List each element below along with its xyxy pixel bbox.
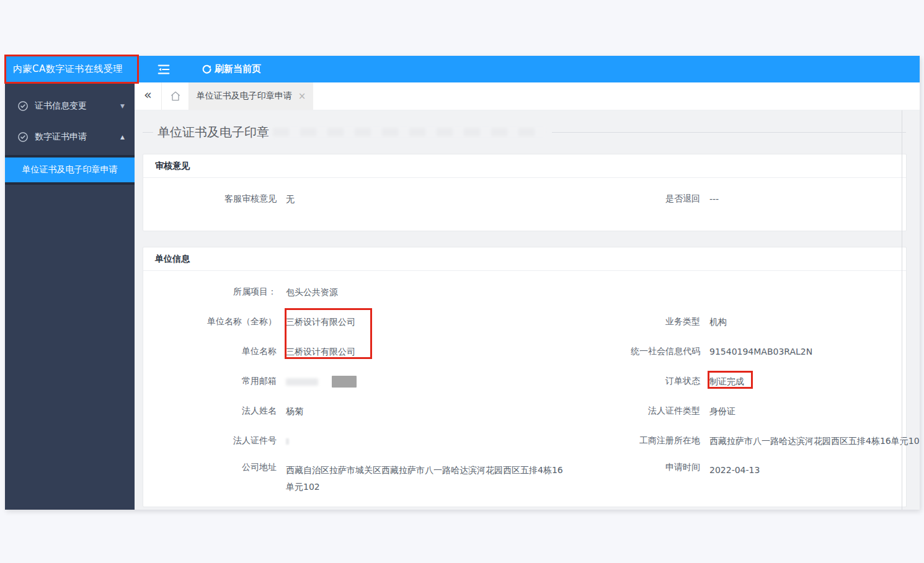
field-row: 单位名称（全称） 三桥设计有限公司 业务类型 机构	[143, 307, 906, 337]
app-window: 内蒙CA数字证书在线受理 证书信息变更 ▼ 数字证书申请 ▲	[5, 56, 920, 510]
badge-check-icon	[17, 131, 29, 143]
field-label-project: 所属项目：	[143, 286, 277, 298]
field-row: 所属项目： 包头公共资源	[143, 277, 906, 307]
field-label-credit-code: 统一社会信息代码	[571, 346, 700, 357]
field-label-business-type: 业务类型	[571, 316, 700, 327]
topbar: 刷新当前页	[135, 56, 920, 82]
main-area: 刷新当前页 « 单位证书及电子印章申请 × 单位证书及电子印章	[135, 56, 920, 510]
tabs-back-button[interactable]: «	[135, 82, 162, 110]
sidebar-subitem-label: 单位证书及电子印章申请	[22, 164, 118, 175]
home-tab-button[interactable]	[162, 82, 189, 110]
card-title: 单位信息	[143, 247, 906, 271]
field-label-registered-location: 工商注册所在地	[571, 435, 700, 446]
chevron-up-icon: ▲	[120, 134, 125, 140]
home-icon	[169, 90, 182, 102]
badge-check-icon	[17, 100, 29, 112]
field-value-legal-id-number	[277, 433, 571, 450]
field-value-registered-location: 西藏拉萨市八一路哈达滨河花园西区五排4栋16单元102	[700, 433, 907, 450]
field-label-unit-name: 单位名称	[143, 346, 277, 357]
field-value-business-type: 机构	[700, 314, 907, 330]
refresh-page-button[interactable]: 刷新当前页	[202, 63, 261, 75]
unit-info-card: 单位信息 所属项目： 包头公共资源 单位名称（全称） 三桥设计有限公司 业务类型…	[143, 247, 907, 507]
content-area: 单位证书及电子印章 审核意见 客服审核意见 无 是否退回 --- 单	[135, 110, 920, 510]
field-value-legal-name: 杨菊	[277, 403, 571, 420]
page-title: 单位证书及电子印章	[158, 124, 269, 141]
sidebar: 内蒙CA数字证书在线受理 证书信息变更 ▼ 数字证书申请 ▲	[5, 56, 135, 510]
field-value-unit-fullname: 三桥设计有限公司	[277, 314, 571, 330]
redacted-id-text	[286, 438, 289, 445]
field-value-legal-id-type: 身份证	[700, 403, 907, 420]
field-value-apply-time: 2022-04-13	[700, 462, 907, 479]
field-label-legal-name: 法人姓名	[143, 406, 277, 417]
redacted-heading-text	[273, 128, 546, 136]
card-title: 审核意见	[143, 154, 906, 178]
field-value-company-address: 西藏自治区拉萨市城关区西藏拉萨市八一路哈达滨河花园西区五排4栋16单元102	[277, 462, 571, 495]
sidebar-submenu: 单位证书及电子印章申请	[5, 155, 135, 185]
field-label-service-opinion: 客服审核意见	[143, 193, 277, 205]
field-value-project: 包头公共资源	[277, 284, 571, 301]
sidebar-item-unit-cert-seal-apply[interactable]: 单位证书及电子印章申请	[5, 157, 135, 182]
field-label-legal-id-number: 法人证件号	[143, 435, 277, 446]
field-row: 法人证件号 工商注册所在地 西藏拉萨市八一路哈达滨河花园西区五排4栋16单元10…	[143, 426, 906, 456]
field-row: 常用邮箱 订单状态 制证完成	[143, 366, 906, 396]
redacted-email-text	[286, 378, 318, 386]
redacted-email-block	[332, 376, 357, 388]
divider-dash	[143, 132, 153, 133]
refresh-icon	[202, 64, 212, 74]
page-heading: 单位证书及电子印章	[143, 110, 920, 154]
chevron-down-icon: ▼	[120, 103, 125, 109]
field-value-service-opinion: 无	[277, 191, 571, 208]
sidebar-item-digital-cert-apply[interactable]: 数字证书申请 ▲	[5, 122, 135, 153]
tab-label: 单位证书及电子印章申请	[197, 91, 292, 102]
field-label-legal-id-type: 法人证件类型	[571, 406, 700, 417]
app-title-text: 内蒙CA数字证书在线受理	[13, 63, 123, 75]
field-label-unit-fullname: 单位名称（全称）	[143, 316, 277, 327]
sidebar-item-cert-info-change[interactable]: 证书信息变更 ▼	[5, 91, 135, 122]
tabbar: « 单位证书及电子印章申请 ×	[135, 82, 920, 110]
field-value-credit-code: 91540194MAB03RAL2N	[700, 344, 907, 360]
close-icon[interactable]: ×	[298, 91, 306, 102]
field-value-unit-name: 三桥设计有限公司	[277, 344, 571, 360]
field-row: 公司地址 西藏自治区拉萨市城关区西藏拉萨市八一路哈达滨河花园西区五排4栋16单元…	[143, 456, 906, 495]
tab-unit-cert-seal-apply[interactable]: 单位证书及电子印章申请 ×	[189, 82, 313, 110]
field-value-order-status: 制证完成	[700, 373, 907, 390]
refresh-label: 刷新当前页	[215, 63, 261, 75]
field-value-email	[277, 373, 571, 390]
field-label-returned: 是否退回	[571, 193, 700, 205]
field-label-order-status: 订单状态	[571, 376, 700, 387]
content-scrollbar[interactable]	[902, 110, 902, 510]
field-label-apply-time: 申请时间	[571, 462, 700, 473]
sidebar-menu: 证书信息变更 ▼ 数字证书申请 ▲ 单位证书及电子印章申请	[5, 82, 135, 185]
divider-line	[552, 132, 906, 133]
field-label-company-address: 公司地址	[143, 462, 277, 473]
field-label-email: 常用邮箱	[143, 376, 277, 387]
app-title: 内蒙CA数字证书在线受理	[5, 56, 135, 82]
field-row: 单位名称 三桥设计有限公司 统一社会信息代码 91540194MAB03RAL2…	[143, 337, 906, 366]
sidebar-collapse-icon[interactable]	[157, 63, 171, 76]
field-value-returned: ---	[700, 191, 907, 208]
sidebar-item-label: 数字证书申请	[35, 131, 120, 143]
double-chevron-left-icon: «	[144, 89, 152, 102]
sidebar-item-label: 证书信息变更	[35, 100, 120, 112]
review-opinion-card: 审核意见 客服审核意见 无 是否退回 ---	[143, 154, 907, 231]
field-row: 法人姓名 杨菊 法人证件类型 身份证	[143, 396, 906, 426]
